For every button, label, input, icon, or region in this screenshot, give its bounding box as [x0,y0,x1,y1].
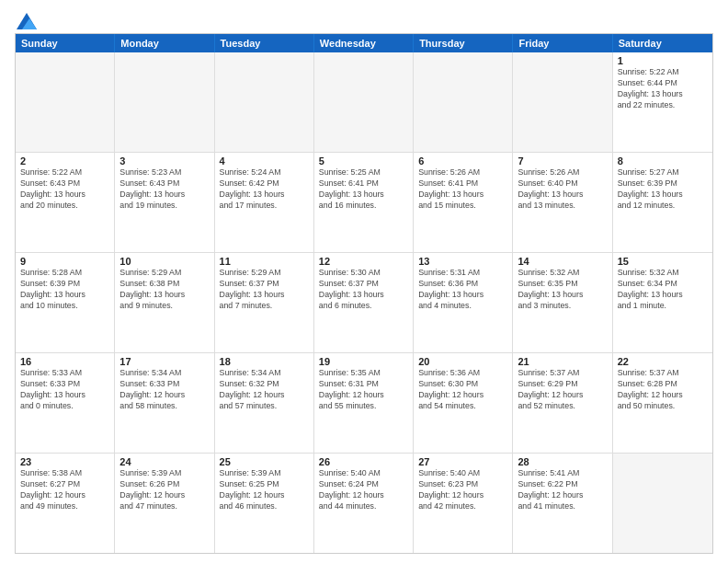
day-number: 3 [119,155,209,167]
day-number: 14 [518,256,607,267]
day-number: 24 [119,456,209,467]
day-info: Sunrise: 5:30 AM Sunset: 6:37 PM Dayligh… [319,268,408,312]
cal-cell: 5Sunrise: 5:25 AM Sunset: 6:41 PM Daylig… [314,153,414,252]
cal-cell [314,52,414,152]
cal-cell: 20Sunrise: 5:36 AM Sunset: 6:30 PM Dayli… [414,353,513,453]
day-number: 9 [20,256,109,267]
calendar-header: SundayMondayTuesdayWednesdayThursdayFrid… [16,34,712,52]
day-info: Sunrise: 5:41 AM Sunset: 6:22 PM Dayligh… [518,468,607,512]
cal-cell: 28Sunrise: 5:41 AM Sunset: 6:22 PM Dayli… [513,454,612,553]
day-number: 11 [220,256,309,267]
header-day-thursday: Thursday [414,34,513,52]
logo-icon [17,13,37,29]
day-info: Sunrise: 5:31 AM Sunset: 6:36 PM Dayligh… [418,268,507,312]
day-number: 8 [618,155,708,167]
header-day-wednesday: Wednesday [314,34,414,52]
day-number: 17 [119,356,209,367]
day-number: 19 [319,356,408,367]
cal-cell [16,52,115,152]
day-info: Sunrise: 5:27 AM Sunset: 6:39 PM Dayligh… [618,167,708,212]
day-number: 27 [418,456,507,467]
cal-cell: 27Sunrise: 5:40 AM Sunset: 6:23 PM Dayli… [414,454,513,553]
day-number: 28 [518,456,607,467]
cal-cell: 15Sunrise: 5:32 AM Sunset: 6:34 PM Dayli… [613,253,712,352]
header-day-monday: Monday [115,34,214,52]
day-info: Sunrise: 5:29 AM Sunset: 6:37 PM Dayligh… [220,268,309,312]
day-number: 7 [518,155,607,167]
cal-cell [215,52,314,152]
day-info: Sunrise: 5:22 AM Sunset: 6:44 PM Dayligh… [618,67,708,111]
calendar-row-3: 9Sunrise: 5:28 AM Sunset: 6:39 PM Daylig… [16,252,712,352]
day-number: 16 [20,356,109,367]
cal-cell: 24Sunrise: 5:39 AM Sunset: 6:26 PM Dayli… [115,454,214,553]
day-number: 23 [20,456,109,467]
cal-cell: 8Sunrise: 5:27 AM Sunset: 6:39 PM Daylig… [613,153,712,252]
cal-cell: 18Sunrise: 5:34 AM Sunset: 6:32 PM Dayli… [215,353,314,453]
day-info: Sunrise: 5:34 AM Sunset: 6:33 PM Dayligh… [119,368,209,412]
calendar-row-1: 1Sunrise: 5:22 AM Sunset: 6:44 PM Daylig… [16,52,712,152]
day-number: 22 [618,356,708,367]
day-info: Sunrise: 5:37 AM Sunset: 6:29 PM Dayligh… [518,368,607,412]
cal-cell: 14Sunrise: 5:32 AM Sunset: 6:35 PM Dayli… [513,253,612,352]
logo [15,15,37,26]
day-number: 25 [220,456,309,467]
cal-cell: 9Sunrise: 5:28 AM Sunset: 6:39 PM Daylig… [16,253,115,352]
cal-cell [613,454,712,553]
cal-cell: 16Sunrise: 5:33 AM Sunset: 6:33 PM Dayli… [16,353,115,453]
header-day-sunday: Sunday [16,34,115,52]
cal-cell: 6Sunrise: 5:26 AM Sunset: 6:41 PM Daylig… [414,153,513,252]
cal-cell: 10Sunrise: 5:29 AM Sunset: 6:38 PM Dayli… [115,253,214,352]
cal-cell: 11Sunrise: 5:29 AM Sunset: 6:37 PM Dayli… [215,253,314,352]
day-info: Sunrise: 5:32 AM Sunset: 6:34 PM Dayligh… [618,268,708,312]
day-number: 20 [418,356,507,367]
day-number: 1 [618,55,708,66]
cal-cell: 23Sunrise: 5:38 AM Sunset: 6:27 PM Dayli… [16,454,115,553]
day-info: Sunrise: 5:39 AM Sunset: 6:26 PM Dayligh… [119,468,209,512]
day-info: Sunrise: 5:25 AM Sunset: 6:41 PM Dayligh… [319,167,408,212]
day-number: 15 [618,256,708,267]
header-day-saturday: Saturday [613,34,712,52]
cal-cell: 17Sunrise: 5:34 AM Sunset: 6:33 PM Dayli… [115,353,214,453]
calendar-body: 1Sunrise: 5:22 AM Sunset: 6:44 PM Daylig… [16,52,712,553]
cal-cell: 2Sunrise: 5:22 AM Sunset: 6:43 PM Daylig… [16,153,115,252]
cal-cell [513,52,612,152]
day-info: Sunrise: 5:26 AM Sunset: 6:41 PM Dayligh… [418,167,507,212]
header-day-friday: Friday [513,34,612,52]
day-info: Sunrise: 5:26 AM Sunset: 6:40 PM Dayligh… [518,167,607,212]
day-number: 2 [20,155,109,167]
day-info: Sunrise: 5:35 AM Sunset: 6:31 PM Dayligh… [319,368,408,412]
day-number: 6 [418,155,507,167]
day-number: 26 [319,456,408,467]
day-info: Sunrise: 5:33 AM Sunset: 6:33 PM Dayligh… [20,368,109,412]
day-number: 18 [220,356,309,367]
day-number: 5 [319,155,408,167]
day-info: Sunrise: 5:29 AM Sunset: 6:38 PM Dayligh… [119,268,209,312]
cal-cell [414,52,513,152]
day-info: Sunrise: 5:38 AM Sunset: 6:27 PM Dayligh… [20,468,109,512]
day-number: 4 [220,155,309,167]
day-info: Sunrise: 5:32 AM Sunset: 6:35 PM Dayligh… [518,268,607,312]
calendar: SundayMondayTuesdayWednesdayThursdayFrid… [15,33,713,554]
day-info: Sunrise: 5:34 AM Sunset: 6:32 PM Dayligh… [220,368,309,412]
cal-cell: 26Sunrise: 5:40 AM Sunset: 6:24 PM Dayli… [314,454,414,553]
cal-cell: 22Sunrise: 5:37 AM Sunset: 6:28 PM Dayli… [613,353,712,453]
header-day-tuesday: Tuesday [215,34,314,52]
day-info: Sunrise: 5:37 AM Sunset: 6:28 PM Dayligh… [618,368,708,412]
day-info: Sunrise: 5:39 AM Sunset: 6:25 PM Dayligh… [220,468,309,512]
calendar-row-5: 23Sunrise: 5:38 AM Sunset: 6:27 PM Dayli… [16,453,712,553]
day-info: Sunrise: 5:23 AM Sunset: 6:43 PM Dayligh… [119,167,209,212]
cal-cell: 21Sunrise: 5:37 AM Sunset: 6:29 PM Dayli… [513,353,612,453]
day-info: Sunrise: 5:40 AM Sunset: 6:24 PM Dayligh… [319,468,408,512]
day-number: 10 [119,256,209,267]
cal-cell [115,52,214,152]
day-info: Sunrise: 5:24 AM Sunset: 6:42 PM Dayligh… [220,167,309,212]
header [15,15,713,26]
day-info: Sunrise: 5:22 AM Sunset: 6:43 PM Dayligh… [20,167,109,212]
calendar-row-2: 2Sunrise: 5:22 AM Sunset: 6:43 PM Daylig… [16,152,712,252]
calendar-row-4: 16Sunrise: 5:33 AM Sunset: 6:33 PM Dayli… [16,352,712,453]
cal-cell: 25Sunrise: 5:39 AM Sunset: 6:25 PM Dayli… [215,454,314,553]
cal-cell: 3Sunrise: 5:23 AM Sunset: 6:43 PM Daylig… [115,153,214,252]
cal-cell: 13Sunrise: 5:31 AM Sunset: 6:36 PM Dayli… [414,253,513,352]
day-info: Sunrise: 5:40 AM Sunset: 6:23 PM Dayligh… [418,468,507,512]
day-number: 21 [518,356,607,367]
